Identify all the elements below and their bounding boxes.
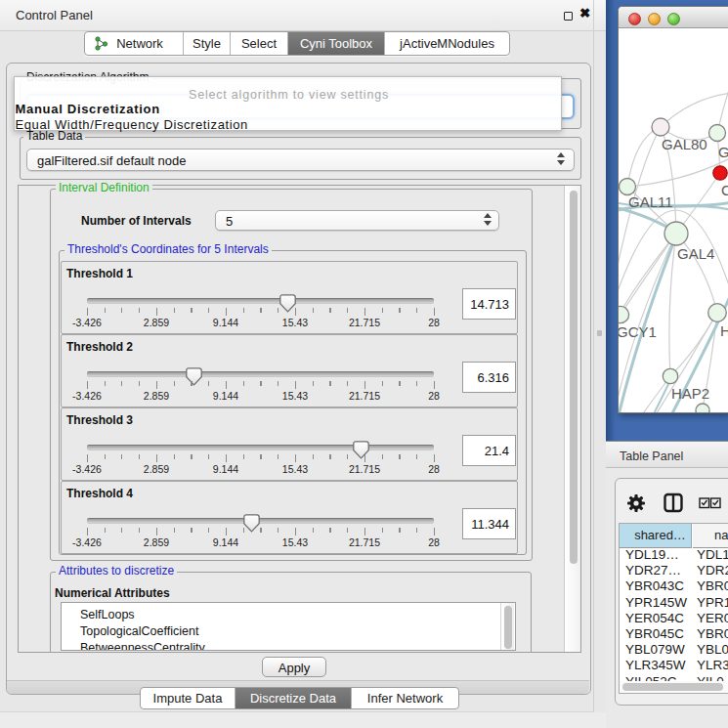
svg-text:GCY1: GCY1: [619, 323, 657, 340]
svg-text:H: H: [720, 322, 728, 339]
svg-text:GA: GA: [718, 144, 728, 160]
svg-text:GAL80: GAL80: [662, 136, 707, 152]
svg-text:HAP2: HAP2: [671, 385, 709, 402]
svg-text:C: C: [721, 182, 728, 198]
svg-text:GAL11: GAL11: [628, 193, 673, 210]
svg-text:GAL4: GAL4: [677, 245, 714, 262]
